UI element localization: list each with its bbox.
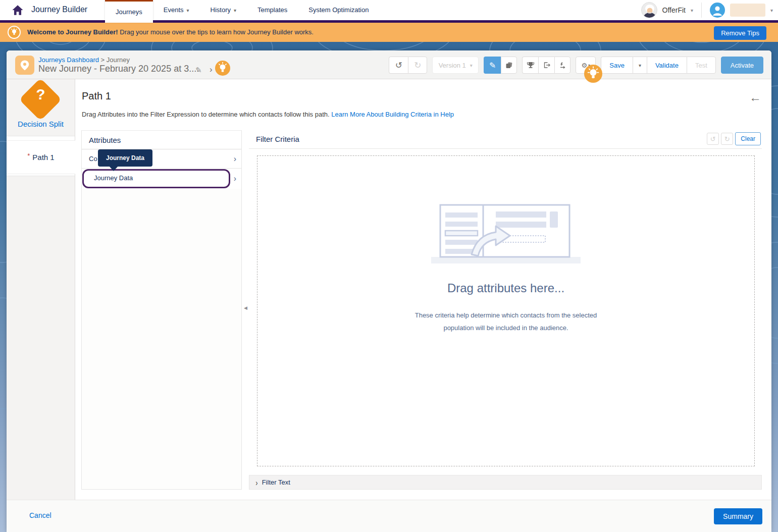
app-title: Journey Builder (31, 5, 87, 14)
flow-copy-icon (558, 61, 566, 69)
tab-templates[interactable]: Templates (247, 0, 298, 20)
breadcrumb-current: Journey (107, 56, 130, 64)
home-icon[interactable] (11, 4, 24, 16)
help-link[interactable]: Learn More About Building Criteria in He… (331, 111, 454, 118)
path-1-tab[interactable]: * Path 1 (7, 140, 75, 174)
user-name-redacted (730, 4, 765, 17)
pages-icon (505, 61, 513, 69)
attributes-title: Attributes (82, 131, 241, 149)
caret-down-icon[interactable]: ▾ (691, 8, 693, 13)
user-avatar-icon[interactable] (710, 3, 725, 18)
path-config-panel: Path 1 ← Drag Attributes into the Filter… (75, 79, 771, 500)
filter-criteria-panel: Filter Criteria ↺ ↻ Clear (249, 130, 762, 490)
filter-criteria-header: Filter Criteria ↺ ↻ Clear (249, 130, 762, 149)
breadcrumb: Journeys Dashboard > Journey (38, 56, 130, 64)
journey-builder-app: Journey Builder Journeys Events▾ History… (0, 0, 778, 532)
tooltip-pointer (109, 166, 118, 171)
journey-pin-icon (15, 56, 34, 75)
top-nav: Journey Builder Journeys Events▾ History… (0, 0, 778, 20)
export-button[interactable] (538, 57, 554, 74)
account-name[interactable]: OfferFit (662, 6, 686, 14)
chevron-right-icon: › (210, 65, 213, 75)
caret-down-icon: ▾ (187, 8, 189, 13)
copy-pages-button[interactable] (501, 57, 517, 74)
journey-data-tooltip: Journey Data (98, 149, 152, 167)
edit-title-pencil-icon[interactable]: ✎ (195, 66, 202, 75)
decision-split-modal: Journeys Dashboard > Journey New Journey… (7, 50, 771, 532)
tab-events[interactable]: Events▾ (153, 0, 200, 20)
journey-title: New Journey - February 20 2025 at 3.... (38, 64, 199, 74)
tip-lightbulb-icon[interactable] (584, 65, 602, 83)
filter-redo-button[interactable]: ↻ (721, 133, 733, 145)
export-icon (543, 61, 551, 69)
chevron-right-icon[interactable]: › (234, 154, 236, 164)
path-description: Drag Attributes into the Filter Expressi… (82, 111, 454, 118)
caret-down-icon[interactable]: ▾ (770, 8, 773, 13)
caret-down-icon: ▾ (234, 8, 236, 13)
banner-message: Welcome to Journey Builder! Drag your mo… (27, 28, 314, 36)
filter-undo-button[interactable]: ↺ (707, 133, 719, 145)
activate-button[interactable]: Activate (721, 57, 763, 74)
summary-button[interactable]: Summary (714, 508, 762, 524)
trophy-icon (527, 61, 535, 69)
clear-button[interactable]: Clear (735, 132, 761, 145)
save-button[interactable]: Save (601, 57, 633, 74)
collapse-panel-arrow[interactable]: ◀ (244, 305, 247, 310)
undo-button[interactable]: ↺ (389, 57, 408, 74)
caret-down-icon: ▾ (470, 63, 473, 68)
path-heading: Path 1 (82, 90, 111, 102)
attribute-dropzone[interactable]: Drag attributes here... These criteria h… (257, 155, 755, 466)
tip-lightbulb-icon[interactable] (215, 61, 230, 76)
tab-system-optimization[interactable]: System Optimization (298, 0, 379, 20)
validate-button[interactable]: Validate (647, 57, 687, 74)
decision-split-label[interactable]: Decision Split (7, 120, 75, 128)
dropzone-helper-line1: These criteria help determine which cont… (257, 311, 754, 319)
lightbulb-icon (8, 26, 21, 39)
back-arrow-icon[interactable]: ← (749, 90, 761, 104)
welcome-banner: Welcome to Journey Builder! Drag your mo… (0, 23, 778, 42)
dropzone-illustration (430, 202, 582, 265)
divider (701, 3, 702, 18)
dropzone-title: Drag attributes here... (257, 281, 754, 295)
tab-journeys[interactable]: Journeys (105, 0, 153, 23)
filter-text-expander[interactable]: › Filter Text (249, 475, 762, 490)
chevron-right-icon: › (255, 477, 257, 487)
remove-tips-button[interactable]: Remove Tips (714, 26, 766, 40)
rail-background (7, 176, 75, 500)
journey-toolbar: ↺ ↻ Version 1 ▾ ✎ (389, 57, 763, 74)
required-asterisk: * (27, 152, 30, 159)
breadcrumb-journeys-dashboard[interactable]: Journeys Dashboard (38, 56, 99, 64)
einstein-avatar[interactable] (641, 2, 657, 18)
filter-criteria-title: Filter Criteria (256, 135, 299, 143)
attributes-panel: Attributes Co › Journey Data › Journey D… (81, 130, 242, 490)
save-dropdown-caret[interactable]: ▾ (633, 57, 647, 74)
chevron-right-icon[interactable]: › (234, 174, 236, 183)
nav-tabs: Journeys Events▾ History▾ Templates Syst… (105, 0, 379, 23)
redo-button[interactable]: ↻ (408, 57, 427, 74)
modal-footer: Cancel Summary (7, 500, 771, 532)
decision-split-card: ? Decision Split (7, 79, 75, 136)
tab-history[interactable]: History▾ (200, 0, 247, 20)
edit-mode-button[interactable]: ✎ (484, 57, 501, 74)
nav-account-area: OfferFit ▾ ▾ (641, 0, 773, 20)
version-dropdown[interactable]: Version 1 ▾ (432, 57, 479, 74)
test-button[interactable]: Test (687, 57, 716, 74)
attribute-item-journey-data[interactable]: Journey Data › (82, 169, 241, 189)
cancel-button[interactable]: Cancel (29, 511, 51, 519)
goals-button[interactable] (522, 57, 538, 74)
journey-header: Journeys Dashboard > Journey New Journey… (7, 50, 771, 79)
copy-journey-button[interactable] (554, 57, 570, 74)
activity-rail: ? Decision Split * Path 1 (7, 79, 75, 500)
dropzone-helper-line2: population will be included in the audie… (257, 324, 754, 332)
